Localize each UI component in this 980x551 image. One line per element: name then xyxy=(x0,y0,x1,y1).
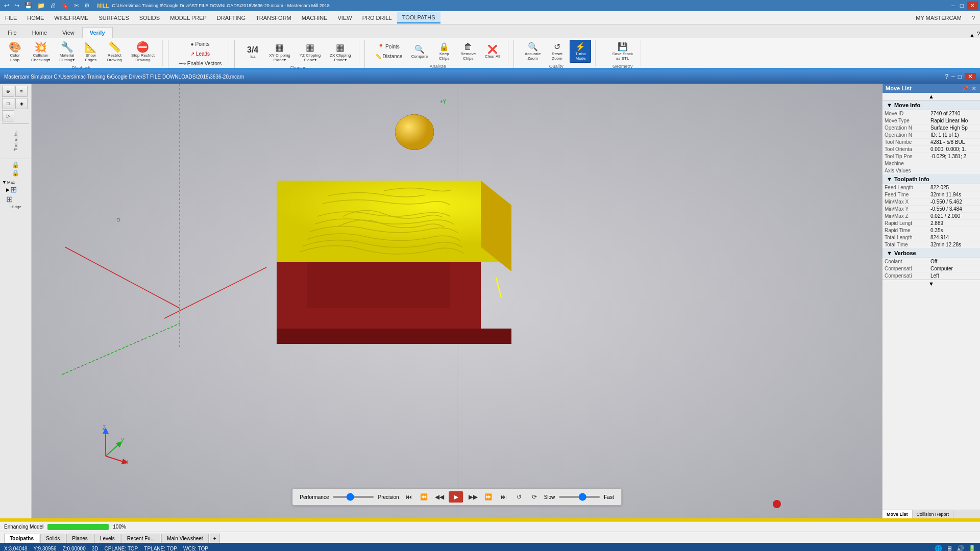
ribbon-btn-yzclip[interactable]: ▦YZ ClippingPlane▾ xyxy=(296,40,324,64)
ribbon-tab-verify[interactable]: Verify xyxy=(82,27,113,38)
speed-slider[interactable] xyxy=(559,496,600,498)
ribbon-btn-colorloop[interactable]: 🎨ColorLoop xyxy=(4,40,26,64)
sim-maximize-btn[interactable]: □ xyxy=(958,73,962,80)
ribbon-btn-points[interactable]: ● Points xyxy=(176,40,225,48)
ribbon-tab-file[interactable]: File xyxy=(0,27,24,38)
pb-rewind[interactable]: ⏪ xyxy=(419,491,430,503)
ribbon-btn-stoprestrict[interactable]: ⛔Stop RestrictDrawing xyxy=(128,40,158,64)
pb-play[interactable]: ▶ xyxy=(449,491,463,503)
menu-prodrill[interactable]: PRO DRILL xyxy=(357,13,397,23)
pb-prev[interactable]: ◀◀ xyxy=(434,491,445,503)
tree-child3[interactable]: └ Edge xyxy=(8,204,29,210)
ribbon-collapse-btn[interactable]: ▲ xyxy=(969,32,974,38)
tree-root[interactable]: ▼ Mac xyxy=(2,180,29,185)
ribbon-btn-leads[interactable]: ↗ Leads xyxy=(176,49,225,58)
scroll-down-btn[interactable]: ▼ xyxy=(883,280,980,287)
tree-child2[interactable]: ⊞ xyxy=(6,194,29,204)
ribbon-btn-savestl[interactable]: 💾Save Stockas STL xyxy=(608,40,636,63)
pb-next[interactable]: ▶▶ xyxy=(468,491,479,503)
ribbon-btn-vectors[interactable]: ⟿ Enable Vectors xyxy=(176,59,225,68)
ribbon-btn-removechips[interactable]: 🗑RemoveChips xyxy=(457,40,479,63)
viewport[interactable]: +Y xyxy=(32,84,882,518)
ribbon-btn-an-points[interactable]: 📍 Points xyxy=(372,42,406,51)
menu-surfaces[interactable]: SURFACES xyxy=(93,13,134,23)
menu-view[interactable]: VIEW xyxy=(333,13,357,23)
panel-tab-movelist[interactable]: Move List xyxy=(883,510,913,518)
sim-minimize-btn[interactable]: – xyxy=(951,73,955,80)
bottom-tab-toolpaths[interactable]: Toolpaths xyxy=(4,534,39,543)
verbose-header[interactable]: ▼ Verbose xyxy=(883,248,980,258)
qat-open[interactable]: 📁 xyxy=(35,2,47,10)
toolpath-info-header[interactable]: ▼ Toolpath Info xyxy=(883,174,980,184)
statusbar-battery-btn[interactable]: 🔋 xyxy=(968,545,976,551)
menu-solids[interactable]: SOLIDS xyxy=(134,13,165,23)
ribbon-btn-an-distance[interactable]: 📏 Distance xyxy=(372,52,406,61)
statusbar-network-btn[interactable]: 🖥 xyxy=(946,545,952,551)
qat-settings[interactable]: ⚙ xyxy=(82,2,92,10)
tree-child[interactable]: ▶ ⊞ xyxy=(6,185,29,194)
menu-wireframe[interactable]: WIREFRAME xyxy=(49,13,93,23)
menu-drafting[interactable]: DRAFTING xyxy=(212,13,251,23)
qat-undo[interactable]: ↩ xyxy=(2,2,11,10)
panel-tab-collision[interactable]: Collision Report xyxy=(913,510,954,518)
panel-pin-btn[interactable]: 📌 xyxy=(961,86,969,91)
bottom-tab-solids[interactable]: Solids xyxy=(40,534,65,543)
pb-rotate[interactable]: ↺ xyxy=(513,491,525,503)
tb-btn-1[interactable]: ⊕ xyxy=(2,86,14,97)
minimize-btn[interactable]: – xyxy=(949,2,957,10)
menu-toolpaths[interactable]: TOOLPATHS xyxy=(397,12,440,23)
ribbon-btn-xyclip[interactable]: ▦XY ClippingPlane▾ xyxy=(265,40,294,64)
maximize-btn[interactable]: □ xyxy=(958,2,966,10)
tb-btn-4[interactable]: ◈ xyxy=(15,98,28,109)
move-info-header[interactable]: ▼ Move Info xyxy=(883,101,980,110)
sim-help-btn[interactable]: ? xyxy=(945,73,948,80)
pb-fwd[interactable]: ⏩ xyxy=(483,491,494,503)
bottom-tab-recentfu[interactable]: Recent Fu... xyxy=(121,534,160,543)
tb-btn-5[interactable]: ▷ xyxy=(2,110,14,121)
menu-home[interactable]: HOME xyxy=(22,13,49,23)
menu-file[interactable]: FILE xyxy=(0,13,22,23)
menu-modelprep[interactable]: MODEL PREP xyxy=(165,13,212,23)
qat-bookmark[interactable]: 🔖 xyxy=(59,2,71,10)
pb-last[interactable]: ⏭ xyxy=(498,491,509,503)
ribbon-btn-clearall[interactable]: ❌Clear All xyxy=(481,42,504,61)
ribbon-btn-resetzoom[interactable]: ↺ResetZoom xyxy=(546,40,568,63)
scroll-up-btn[interactable]: ▲ xyxy=(883,93,980,101)
panel-scroll[interactable]: ▲ ▼ Move Info Move ID 2740 of 2740 Move … xyxy=(883,93,980,510)
ribbon-tab-home[interactable]: Home xyxy=(24,27,55,38)
tb-btn-2[interactable]: ≡ xyxy=(15,86,28,97)
menu-machine[interactable]: MACHINE xyxy=(297,13,333,23)
bottom-tab-mainview[interactable]: Main Viewsheet xyxy=(161,534,208,543)
ribbon-btn-accuratezoom[interactable]: 🔍AccurateZoom xyxy=(521,40,545,63)
pb-first[interactable]: ⏮ xyxy=(403,491,414,503)
sim-close-btn[interactable]: ✕ xyxy=(965,73,976,80)
qat-print[interactable]: 🖨 xyxy=(48,2,58,10)
qat-save[interactable]: 💾 xyxy=(22,2,34,10)
menu-help[interactable]: ? xyxy=(967,13,980,23)
qat-cut[interactable]: ✂ xyxy=(72,2,81,10)
ribbon-btn-zxclip[interactable]: ▦ZX ClippingPlane▾ xyxy=(326,40,354,64)
menu-mymastercam[interactable]: MY MASTERCAM xyxy=(911,13,967,23)
performance-slider[interactable] xyxy=(333,496,374,498)
bottom-tab-add[interactable]: + xyxy=(210,534,220,543)
ribbon-btn-restrictdraw[interactable]: 📏RestrictDrawing xyxy=(104,40,126,64)
qat-redo[interactable]: ↪ xyxy=(12,2,21,10)
ribbon-btn-turbomode[interactable]: ⚡TurboMode xyxy=(570,40,591,63)
ribbon-tab-view[interactable]: View xyxy=(55,27,82,38)
ribbon-btn-collision[interactable]: 💥CollisionChecking▾ xyxy=(28,40,54,64)
bottom-tab-planes[interactable]: Planes xyxy=(66,534,93,543)
panel-close-btn[interactable]: ✕ xyxy=(971,86,977,91)
ribbon-btn-material[interactable]: 🔧MaterialCutting▾ xyxy=(56,40,78,64)
ribbon-btn-34[interactable]: 3/43/4 xyxy=(242,43,263,61)
ribbon-btn-showedges[interactable]: 📐ShowEdges xyxy=(80,40,102,64)
ribbon-btn-compare[interactable]: 🔍Compare xyxy=(407,42,431,61)
tb-btn-3[interactable]: □ xyxy=(2,98,14,109)
menu-transform[interactable]: TRANSFORM xyxy=(251,13,297,23)
ribbon-help-btn[interactable]: ? xyxy=(976,31,980,38)
bottom-tab-levels[interactable]: Levels xyxy=(94,534,120,543)
statusbar-sound-btn[interactable]: 🔊 xyxy=(957,545,964,551)
pb-refresh[interactable]: ⟳ xyxy=(529,491,540,503)
statusbar-globe-btn[interactable]: 🌐 xyxy=(935,545,942,551)
close-btn[interactable]: ✕ xyxy=(967,2,978,10)
ribbon-btn-keepchips[interactable]: 🔒KeepChips xyxy=(433,40,455,63)
